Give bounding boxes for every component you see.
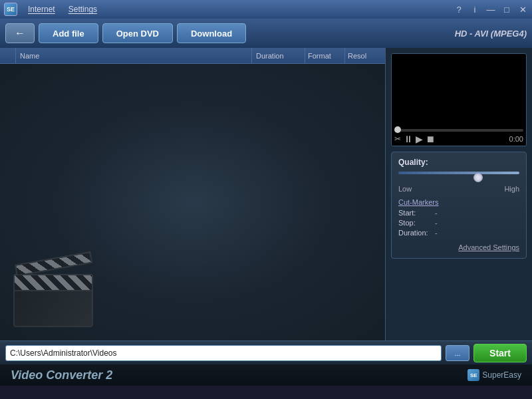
open-dvd-button[interactable]: Open DVD: [102, 23, 173, 43]
cut-markers: Cut-Markers Start: - Stop: - Duration: -: [398, 198, 519, 237]
file-list-panel: Name Duration Format Resol: [0, 48, 386, 340]
add-file-button[interactable]: Add file: [39, 23, 98, 43]
file-list-body[interactable]: [0, 64, 385, 340]
cut-start-label: Start:: [398, 209, 435, 217]
cut-duration-value: -: [435, 229, 438, 237]
format-column-header: Format: [305, 48, 345, 63]
progress-track[interactable]: [394, 129, 523, 132]
advanced-settings-button[interactable]: Advanced Settings: [458, 243, 519, 251]
back-button[interactable]: ←: [5, 23, 35, 43]
quality-low-label: Low: [398, 185, 412, 193]
se-logo-icon: SE: [467, 369, 479, 381]
quality-high-label: High: [504, 185, 519, 193]
cut-markers-title[interactable]: Cut-Markers: [398, 198, 519, 206]
menu-settings[interactable]: Settings: [68, 5, 97, 14]
start-button[interactable]: Start: [473, 344, 527, 362]
output-path-input[interactable]: [5, 345, 442, 361]
footer-brand-name: SuperEasy: [482, 370, 521, 380]
video-preview: ✂ ⏸ ▶ ⏹ 0:00: [391, 53, 527, 146]
browse-button[interactable]: ...: [446, 345, 469, 361]
cut-stop-row: Stop: -: [398, 219, 519, 227]
stop-icon[interactable]: ⏹: [426, 134, 435, 144]
time-display: 0:00: [509, 135, 523, 143]
title-bar-controls: ? i — □ ✕: [454, 5, 528, 15]
quality-thumb[interactable]: [473, 173, 483, 182]
app-logo-icon: SE: [4, 3, 17, 16]
cut-start-value: -: [435, 209, 438, 217]
minimize-icon[interactable]: —: [485, 5, 496, 15]
quality-slider[interactable]: [398, 172, 519, 184]
main-content: Name Duration Format Resol: [0, 48, 532, 340]
format-display: HD - AVI (MPEG4): [455, 29, 527, 39]
quality-labels: Low High: [398, 185, 519, 193]
quality-track: [398, 172, 519, 174]
resolution-column-header: Resol: [345, 48, 385, 63]
footer: Video Converter 2 SE SuperEasy: [0, 364, 532, 386]
menu-bar: Internet Settings: [28, 5, 97, 14]
title-bar: SE Internet Settings ? i — □ ✕: [0, 0, 532, 19]
cut-start-row: Start: -: [398, 209, 519, 217]
name-column-header: Name: [16, 48, 252, 63]
duration-column-header: Duration: [252, 48, 305, 63]
info-icon[interactable]: i: [469, 5, 480, 15]
file-list-header: Name Duration Format Resol: [0, 48, 385, 64]
checkbox-column: [0, 48, 16, 63]
preview-controls: ✂ ⏸ ▶ ⏹ 0:00: [392, 128, 526, 146]
playback-controls: ✂ ⏸ ▶ ⏹ 0:00: [394, 134, 523, 144]
scissors-icon[interactable]: ✂: [394, 134, 401, 144]
progress-thumb[interactable]: [394, 126, 401, 133]
cut-duration-row: Duration: -: [398, 229, 519, 237]
bottom-bar: ... Start: [0, 340, 532, 364]
cut-stop-label: Stop:: [398, 219, 435, 227]
pause-icon[interactable]: ⏸: [404, 134, 413, 144]
clapper-icon: [13, 274, 93, 327]
menu-internet[interactable]: Internet: [28, 5, 55, 14]
download-button[interactable]: Download: [177, 23, 246, 43]
right-panel: ✂ ⏸ ▶ ⏹ 0:00 Quality: Low High Cut-Ma: [386, 48, 532, 340]
cut-stop-value: -: [435, 219, 438, 227]
title-bar-left: SE Internet Settings: [4, 3, 97, 16]
quality-title: Quality:: [398, 158, 519, 167]
maximize-icon[interactable]: □: [501, 5, 512, 15]
footer-brand: SE SuperEasy: [467, 369, 521, 381]
quality-panel: Quality: Low High Cut-Markers Start: - S…: [391, 152, 527, 259]
close-icon[interactable]: ✕: [517, 5, 528, 15]
footer-app-title: Video Converter 2: [11, 368, 112, 382]
cut-duration-label: Duration:: [398, 229, 435, 237]
help-icon[interactable]: ?: [454, 5, 464, 15]
play-icon[interactable]: ▶: [416, 134, 423, 144]
toolbar: ← Add file Open DVD Download HD - AVI (M…: [0, 19, 532, 48]
advanced-settings: Advanced Settings: [398, 241, 519, 253]
